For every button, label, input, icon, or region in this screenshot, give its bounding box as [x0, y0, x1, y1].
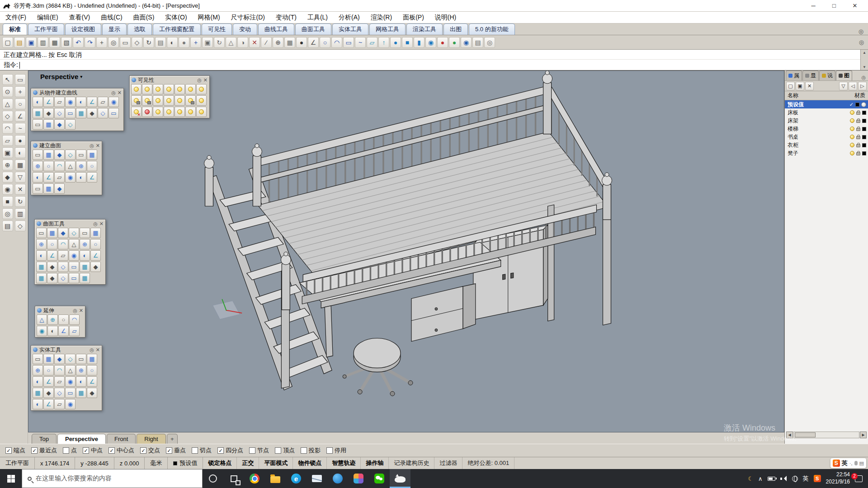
toolbar-icon-rectangle[interactable]: ▭ — [343, 37, 354, 48]
ribbon-tab[interactable]: 选取 — [127, 23, 152, 35]
panel-tab-属[interactable]: 属 — [786, 70, 802, 80]
tool-icon[interactable]: ⊕ — [80, 239, 90, 249]
dock-tool-icon[interactable]: ▥ — [15, 208, 26, 219]
new-viewport-tab-button[interactable]: + — [167, 434, 178, 444]
scroll-left-icon[interactable]: ◀ — [786, 432, 793, 438]
menu-item[interactable]: 文件(F) — [5, 14, 26, 22]
ime-indicator[interactable]: 英 — [803, 474, 809, 483]
ribbon-tab[interactable]: 工作视窗配置 — [153, 23, 201, 35]
tool-icon[interactable]: ▱ — [54, 399, 65, 409]
tool-icon[interactable]: ◆ — [87, 108, 97, 118]
toolbar-icon-freeform-curve[interactable]: ~ — [355, 37, 366, 48]
tool-icon[interactable]: ◇ — [65, 354, 75, 364]
viewport-tab-top[interactable]: Top — [32, 434, 57, 444]
toolbar-icon-surface[interactable]: ▱ — [367, 37, 377, 48]
tray-expand-icon[interactable]: ∧ — [758, 475, 763, 482]
toolbar-icon-pan[interactable]: + — [96, 37, 107, 48]
checkbox[interactable]: ✓ — [166, 447, 172, 454]
filter-layers-icon[interactable]: ▽ — [839, 82, 848, 90]
lightbulb-icon[interactable] — [153, 95, 163, 106]
tool-icon[interactable]: ◠ — [69, 314, 80, 325]
ribbon-tab[interactable]: 曲面工具 — [295, 23, 331, 35]
dock-tool-icon[interactable]: ↖ — [2, 74, 13, 85]
lightbulb-icon[interactable] — [196, 95, 207, 106]
lightbulb-icon[interactable] — [175, 107, 185, 117]
toolbar-icon-open-file[interactable]: ▤ — [14, 37, 25, 48]
layer-lock-icon[interactable] — [856, 112, 860, 115]
panel-tab-图[interactable]: 图 — [836, 70, 852, 80]
menu-item[interactable]: 曲线(C) — [101, 14, 122, 22]
gear-icon[interactable]: ◎ — [90, 143, 94, 149]
tool-icon[interactable]: ▦ — [43, 119, 54, 130]
tool-icon[interactable]: ⊕ — [36, 239, 47, 249]
tool-icon[interactable]: ○ — [90, 239, 101, 249]
tool-icon[interactable]: ⊕ — [47, 314, 58, 325]
layer-color-swatch[interactable] — [862, 119, 866, 123]
ribbon-tab[interactable]: 变动 — [233, 23, 257, 35]
tool-icon[interactable]: ▭ — [108, 108, 119, 118]
panel-titlebar[interactable]: 建立曲面◎✕ — [31, 141, 102, 150]
layer-row[interactable]: 预设值✓ — [785, 100, 868, 108]
osnap-item-节点[interactable]: 节点 — [249, 446, 269, 455]
units-pane[interactable]: 毫米 — [145, 457, 168, 469]
tool-icon[interactable]: ∠ — [43, 376, 54, 387]
menu-item[interactable]: 网格(M) — [198, 14, 220, 22]
toolbar-icon-cylinder[interactable]: ▮ — [414, 37, 425, 48]
status-toggle-绝对公差: 0.001[interactable]: 绝对公差: 0.001 — [462, 457, 514, 469]
dock-tool-icon[interactable]: ◐ — [15, 147, 26, 158]
toolbar-icon-zoom-extents[interactable]: ◇ — [132, 37, 142, 48]
tool-icon[interactable]: ∠ — [87, 376, 97, 387]
toolbar-icon-paste[interactable]: ▧ — [61, 37, 72, 48]
viewport-canvas[interactable] — [28, 71, 784, 432]
layer-row[interactable]: 床板 — [785, 108, 868, 117]
status-toggle-锁定格点[interactable]: 锁定格点 — [203, 457, 237, 469]
tool-icon[interactable]: ∠ — [58, 326, 69, 336]
toolbar-icon-scale[interactable]: △ — [226, 37, 236, 48]
tool-icon[interactable]: ◇ — [54, 108, 65, 118]
scroll-down-icon[interactable]: ▼ — [863, 65, 866, 69]
dock-tool-icon[interactable]: ■ — [2, 196, 13, 207]
tool-icon[interactable]: ▦ — [76, 108, 86, 118]
menu-item[interactable]: 尺寸标注(D) — [231, 14, 265, 22]
checkbox[interactable] — [301, 447, 307, 454]
toolbar-icon-extrude[interactable]: ↑ — [378, 37, 389, 48]
layer-color-swatch[interactable] — [862, 143, 866, 147]
sogou-tray-icon[interactable]: S — [814, 475, 821, 482]
viewport-perspective[interactable]: Perspective▾ 可见性◎✕ 从物件建立曲线◎✕◐∠▱◉◐∠▱◉▦◆◇▭… — [28, 70, 784, 432]
lightbulb-icon[interactable] — [185, 107, 196, 117]
dock-tool-icon[interactable]: ↻ — [15, 196, 26, 207]
tool-icon[interactable]: ▭ — [80, 228, 90, 238]
tool-icon[interactable]: ◠ — [54, 365, 65, 375]
status-toggle-正交[interactable]: 正交 — [237, 457, 259, 469]
close-button[interactable]: ✕ — [844, 0, 865, 11]
ime-mode-toggle[interactable]: 英 — [842, 459, 848, 467]
tool-icon[interactable]: ▦ — [33, 388, 43, 398]
tool-icon[interactable]: ◇ — [65, 119, 75, 130]
minimize-button[interactable]: ─ — [803, 0, 824, 11]
toolbar-icon-render-preview[interactable]: ● — [449, 37, 460, 48]
toolbar-icon-box[interactable]: ■ — [402, 37, 413, 48]
toolbar-icon-join[interactable]: ⊕ — [273, 37, 283, 48]
tool-icon[interactable]: ∠ — [87, 172, 97, 183]
toolbar-icon-group[interactable]: ▦ — [284, 37, 295, 48]
speaker-icon[interactable] — [780, 476, 787, 481]
layer-visibility-bulb-icon[interactable] — [850, 110, 854, 115]
tool-icon[interactable]: ◇ — [98, 108, 108, 118]
toolbar-icon-point[interactable]: ● — [296, 37, 307, 48]
tool-icon[interactable]: ◉ — [65, 376, 75, 387]
tool-icon[interactable]: ○ — [58, 314, 69, 325]
dock-tool-icon[interactable]: ⊕ — [2, 160, 13, 170]
dock-tool-icon[interactable]: ◇ — [15, 221, 26, 231]
layer-color-swatch[interactable] — [862, 111, 866, 115]
menu-item[interactable]: 实体(O) — [165, 14, 187, 22]
tool-icon[interactable]: ◆ — [54, 354, 65, 364]
dock-tool-icon[interactable]: ○ — [15, 99, 26, 109]
layer-row[interactable]: 衣柜 — [785, 141, 868, 149]
close-icon[interactable]: ✕ — [96, 143, 100, 149]
tool-icon[interactable]: △ — [37, 314, 47, 325]
command-prompt[interactable]: 指令: — [0, 60, 868, 70]
layer-lock-icon[interactable] — [856, 120, 860, 123]
battery-icon[interactable] — [768, 477, 775, 481]
tool-icon[interactable]: ∠ — [90, 250, 101, 261]
layer-color-swatch[interactable] — [862, 151, 866, 155]
